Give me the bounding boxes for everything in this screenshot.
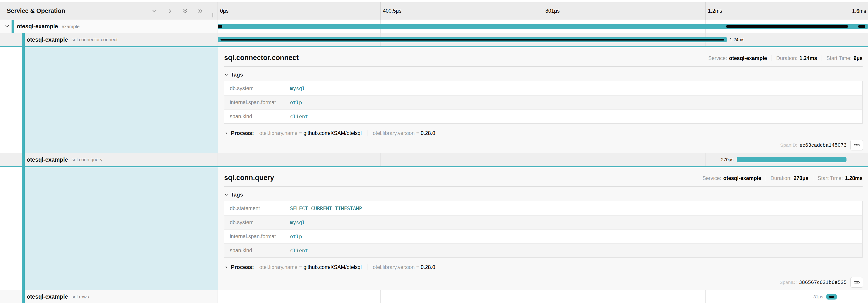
service-operation-header: Service & Operation	[0, 2, 218, 20]
meta-label: Duration:	[776, 55, 797, 61]
meta-label: Start Time:	[826, 55, 851, 61]
spanid-label: SpanID:	[780, 280, 797, 285]
tag-row: db.systemmysql	[224, 215, 862, 229]
spanid-row: SpanID: 386567c621b6e525	[780, 277, 863, 287]
copy-span-link-button[interactable]	[850, 277, 863, 287]
expand-all-icon[interactable]	[197, 8, 204, 14]
tick-label: 0μs	[220, 8, 229, 14]
tags-table: db.statementSELECT CURRENT_TIMESTAMP db.…	[224, 201, 863, 258]
expanded-span-highlight	[25, 167, 218, 290]
trace-timeline-view: Service & Operation 0μs 400.5μs 801	[0, 0, 868, 307]
indent-guide	[2, 33, 2, 46]
bottom-margin	[0, 303, 868, 307]
tag-row: internal.span.formatotlp	[224, 229, 862, 243]
meta-value: otesql-example	[729, 55, 767, 61]
span-bar[interactable]	[218, 37, 727, 42]
timeline-header: Service & Operation 0μs 400.5μs 801	[0, 2, 868, 20]
tag-key: db.statement	[224, 205, 290, 211]
span-bar[interactable]	[826, 294, 837, 300]
tag-key: db.system	[224, 219, 290, 225]
tick-label: 801μs	[546, 8, 560, 14]
time-ruler: 0μs 400.5μs 801μs 1.2ms 1.6ms	[218, 2, 868, 20]
tag-value: otlp	[290, 100, 302, 105]
indent-guide	[17, 47, 17, 153]
operation-name: sql.connector.connect	[71, 37, 118, 42]
spanid-value: ec63cadcba145073	[800, 142, 847, 148]
tag-key: db.system	[224, 85, 290, 91]
spanid-row: SpanID: ec63cadcba145073	[780, 140, 863, 150]
tag-row: internal.span.formatotlp	[224, 95, 862, 109]
divider	[224, 66, 863, 67]
span-meta: Service:otesql-example Duration:270μs St…	[698, 175, 863, 181]
indent-guide	[17, 167, 17, 290]
child-span-marker	[726, 25, 848, 28]
indent-guide	[2, 153, 2, 166]
meta-label: Service:	[703, 175, 721, 181]
gridline	[543, 153, 543, 166]
span-duration-label: 270μs	[721, 157, 737, 162]
expand-one-icon[interactable]	[166, 8, 173, 14]
span-color-chip	[22, 290, 25, 303]
expanded-span-highlight	[25, 47, 218, 153]
tag-value: mysql	[290, 220, 305, 225]
copy-span-link-button[interactable]	[850, 140, 863, 150]
collapse-all-icon[interactable]	[182, 8, 189, 14]
process-section-toggle[interactable]: Process: otel.library.name=github.com/XS…	[224, 130, 435, 136]
indent-guide-column	[0, 167, 218, 290]
meta-value: 1.28ms	[845, 175, 863, 181]
process-section-toggle[interactable]: Process: otel.library.name=github.com/XS…	[224, 264, 435, 270]
collapse-one-icon[interactable]	[151, 8, 158, 14]
tag-key: span.kind	[224, 114, 290, 120]
tags-section-label: Tags	[231, 191, 243, 198]
span-row-sql-rows[interactable]: otesql-example sql.rows 31μs	[0, 290, 868, 303]
operation-name: sql.conn.query	[71, 157, 102, 162]
meta-value: 1.24ms	[799, 55, 817, 61]
span-detail-header: sql.conn.query Service:otesql-example Du…	[224, 167, 863, 182]
divider	[224, 186, 863, 187]
span-title: sql.connector.connect	[224, 54, 299, 62]
tag-row: db.systemmysql	[224, 81, 862, 95]
span-color-chip	[22, 153, 25, 166]
span-row-conn-query[interactable]: otesql-example sql.conn.query 270μs	[0, 153, 868, 166]
tick-label: 400.5μs	[383, 8, 401, 14]
span-bar[interactable]	[218, 24, 868, 29]
tick-label-end: 1.6ms	[852, 8, 866, 14]
ruler-cell: 1.2ms	[706, 2, 868, 20]
span-timeline-cell: 270μs	[218, 153, 868, 166]
tags-section-label: Tags	[231, 71, 243, 78]
tags-section-toggle[interactable]: Tags	[224, 191, 243, 198]
service-operation-title: Service & Operation	[7, 7, 65, 14]
tag-key: internal.span.format	[224, 99, 290, 105]
tag-key: internal.span.format	[224, 234, 290, 240]
span-row-root[interactable]: otesql-example example	[0, 20, 868, 33]
chevron-right-icon	[224, 265, 228, 269]
operation-name: sql.rows	[71, 294, 89, 300]
span-detail-header: sql.connector.connect Service:otesql-exa…	[224, 47, 863, 62]
process-kv: otel.library.name=github.com/XSAM/otelsq…	[259, 130, 362, 136]
span-name-column: otesql-example sql.conn.query	[0, 153, 218, 166]
spanid-value: 386567c621b6e525	[799, 279, 847, 285]
service-name: otesql-example	[17, 23, 58, 30]
span-title: sql.conn.query	[224, 174, 274, 182]
tag-row: span.kindclient	[224, 109, 862, 123]
span-bar[interactable]	[737, 157, 846, 162]
tags-section-toggle[interactable]: Tags	[224, 71, 243, 78]
span-name-column: otesql-example sql.rows	[0, 290, 218, 303]
span-color-chip	[22, 47, 25, 153]
tag-value: otlp	[290, 234, 302, 239]
tag-value: mysql	[290, 86, 305, 91]
tag-key: span.kind	[224, 247, 290, 253]
indent-guide	[17, 290, 17, 303]
indent-guide	[2, 20, 2, 33]
process-kv: otel.library.version=0.28.0	[367, 130, 435, 136]
top-margin	[0, 0, 868, 2]
process-kv: otel.library.name=github.com/XSAM/otelsq…	[259, 264, 362, 270]
span-meta: Service:otesql-example Duration:1.24ms S…	[704, 55, 863, 61]
column-resizer-handle[interactable]	[212, 13, 214, 18]
tag-row: span.kindclient	[224, 243, 862, 257]
collapse-children-icon[interactable]	[4, 23, 10, 30]
tag-value: SELECT CURRENT_TIMESTAMP	[290, 206, 362, 211]
span-row-connector-connect[interactable]: otesql-example sql.connector.connect 1.2…	[0, 33, 868, 46]
span-name-column: otesql-example example	[0, 20, 218, 33]
indent-guide	[2, 290, 2, 303]
